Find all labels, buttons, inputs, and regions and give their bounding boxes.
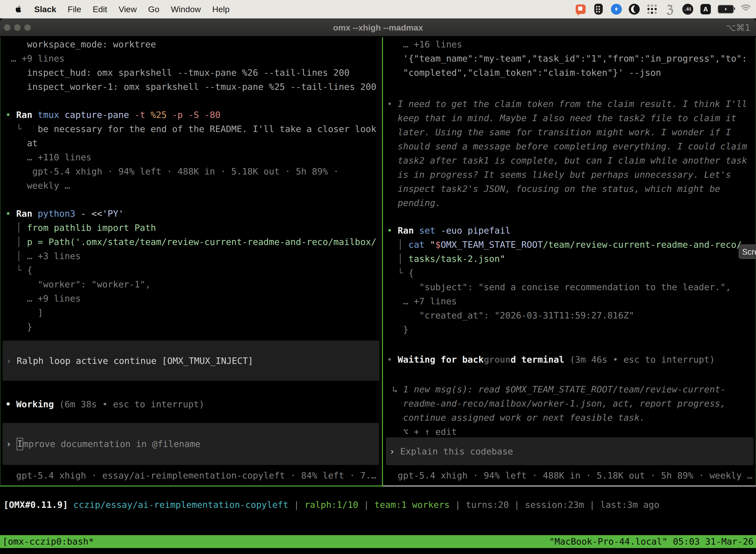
messenger-bolt-icon[interactable] [611, 3, 622, 15]
terminal-line: │ tasks/task-2.json" [387, 252, 742, 266]
output-block-ran-cat: • Ran set -euo pipefail │ cat "$OMX_TEAM… [387, 223, 742, 337]
terminal-line: • Waiting for background terminal (3m 46… [387, 352, 715, 367]
terminal-line: later. Using the same for transition mig… [387, 125, 747, 139]
menu-item-window[interactable]: Window [171, 4, 201, 14]
terminal-line: should send a message before completing … [387, 139, 747, 153]
terminal-pane-right[interactable]: … +16 lines '{"team_name":"my-team","tas… [383, 37, 756, 487]
prompt-chevron-icon: › [6, 439, 17, 449]
mailbox-note-block: ↳ 1 new msg(s): read $OMX_TEAM_STATE_ROO… [387, 382, 726, 439]
ralph-loop-banner: › Ralph loop active continue [OMX_TMUX_I… [2, 340, 379, 381]
terminal-line: is in progress? It seems likely but perh… [387, 168, 747, 182]
tmux-session-name: [omx-cczip0:bash* [2, 535, 94, 548]
terminal-line: gpt-5.4 xhigh · 94% left · 488K in · 5.1… [387, 468, 753, 483]
terminal-line: › Ralph loop active continue [OMX_TMUX_I… [6, 354, 253, 368]
apple-menu-icon[interactable] [14, 4, 23, 14]
terminal-line: • Working (6m 38s • esc to interrupt) [5, 397, 204, 411]
menu-item-list: FileEditViewGoWindowHelp [68, 4, 230, 14]
terminal-pane-left[interactable]: workspace_mode: worktree … +9 lines insp… [0, 37, 382, 487]
terminal-line: "created_at": "2026-03-31T11:59:27.816Z" [387, 308, 742, 322]
terminal-line: workspace_mode: worktree [5, 37, 377, 51]
terminal-line: at [5, 136, 377, 150]
macos-menubar: Slack FileEditViewGoWindowHelp ℨ ..61 A [0, 0, 756, 18]
screen-overlay-clipped: Scre [739, 244, 756, 259]
terminal-line: gpt-5.4 xhigh · essay/ai-reimplementatio… [5, 468, 377, 483]
menu-item-go[interactable]: Go [148, 4, 159, 14]
window-titlebar: omx --xhigh --madmax ⌥⌘1 [0, 18, 756, 36]
terminal-line: └ be necessary for the end of the README… [5, 122, 377, 136]
desktop-screen: Slack FileEditViewGoWindowHelp ℨ ..61 A [0, 0, 756, 554]
terminal-line: continue assigned work or next feasible … [387, 410, 726, 425]
reasoning-block: • I need to get the claim token from the… [387, 97, 747, 210]
active-app-name[interactable]: Slack [34, 4, 56, 14]
terminal-line: keep that in mind. Maybe I also need the… [387, 111, 747, 125]
shield-grid-icon[interactable] [593, 3, 604, 15]
battery-charging-icon[interactable] [718, 3, 734, 15]
terminal-line: task2 after task1 is complete, but can I… [387, 153, 747, 168]
input-placeholder: mprove documentation in @filename [23, 439, 200, 449]
working-status-line: • Working (6m 38s • esc to interrupt) [5, 397, 204, 411]
tmux-status-bar: [omx-cczip0:bash* "MacBook-Pro-44.local"… [0, 535, 756, 548]
window-title: omx --xhigh --madmax [0, 19, 756, 37]
terminal-line: • I need to get the claim token from the… [387, 97, 747, 111]
terminal-line: │ p = Path('.omx/state/team/review-curre… [5, 235, 377, 249]
terminal-line: inspect task2's JSON, focusing on the st… [387, 182, 747, 196]
crescent-app-icon[interactable] [629, 3, 640, 15]
terminal-line: ↳ 1 new msg(s): read $OMX_TEAM_STATE_ROO… [387, 382, 726, 396]
text-cursor: I [17, 438, 23, 450]
terminal-line: "subject": "send a concise recommendatio… [387, 280, 742, 294]
terminal-line: │ from pathlib import Path [5, 221, 377, 235]
menubar-menus: Slack FileEditViewGoWindowHelp [0, 4, 230, 14]
model-status-line-left: gpt-5.4 xhigh · essay/ai-reimplementatio… [5, 468, 377, 483]
terminal-line: … +9 lines [5, 51, 377, 65]
tmux-host-and-clock: "MacBook-Pro-44.local" 05:03 31-Mar-26 [549, 535, 754, 548]
terminal-line: inspect_hud: omx sparkshell --tmux-pane … [5, 65, 377, 80]
prompt-input-right[interactable]: › Explain this codebase [386, 437, 754, 465]
terminal-line: } [387, 322, 742, 337]
prompt-chevron-icon: › [389, 446, 400, 456]
terminal-line: } [5, 320, 377, 334]
menu-item-view[interactable]: View [119, 4, 137, 14]
terminal-line: weekly … [5, 178, 377, 192]
menu-item-help[interactable]: Help [212, 4, 230, 14]
terminal-line: • Ran python3 - <<'PY' [5, 207, 377, 221]
gauge-61-icon[interactable]: ..61 [682, 3, 693, 15]
window-shortcut-badge: ⌥⌘1 [726, 19, 751, 37]
terminal-window: workspace_mode: worktree … +9 lines insp… [0, 36, 756, 554]
terminal-line: • Ran set -euo pipefail [387, 223, 742, 237]
dots-grid-icon[interactable] [646, 3, 658, 15]
terminal-line: inspect_worker-1: omx sparkshell --tmux-… [5, 80, 377, 94]
output-block-ran-python: • Ran python3 - <<'PY' │ from pathlib im… [5, 207, 377, 334]
terminal-line: "completed","claim_token":"claim-token"}… [387, 65, 747, 80]
menu-item-file[interactable]: File [68, 4, 81, 14]
terminal-line: … +110 lines [5, 150, 377, 164]
terminal-line: "worker": "worker-1", [5, 277, 377, 291]
terminal-line: [OMX#0.11.9] cczip/essay/ai-reimplementa… [3, 498, 659, 512]
terminal-line: ⌥ + ↑ edit [387, 425, 726, 439]
dragon-icon[interactable]: ℨ [664, 3, 676, 15]
terminal-line: … +16 lines [387, 37, 747, 51]
terminal-line: │ cat "$OMX_TEAM_STATE_ROOT/team/review-… [387, 237, 742, 252]
terminal-line: └ { [387, 266, 742, 280]
terminal-line: … +9 lines [5, 291, 377, 306]
chat-bubble-icon[interactable] [575, 3, 586, 15]
menu-item-edit[interactable]: Edit [93, 4, 107, 14]
terminal-line: gpt-5.4 xhigh · 94% left · 488K in · 5.1… [5, 164, 377, 178]
output-block-workspace: workspace_mode: worktree … +9 lines insp… [5, 37, 377, 94]
model-status-line-right: gpt-5.4 xhigh · 94% left · 488K in · 5.1… [387, 468, 753, 483]
waiting-status-line: • Waiting for background terminal (3m 46… [387, 352, 715, 367]
terminal-line: │ … +3 lines [5, 249, 377, 263]
terminal-line: ] [5, 306, 377, 320]
prompt-input-left[interactable]: › Improve documentation in @filename [2, 423, 379, 465]
terminal-line: … +7 lines [387, 294, 742, 308]
wifi-icon[interactable] [740, 3, 752, 15]
terminal-line: pending. [387, 196, 747, 210]
output-block-json-tail: … +16 lines '{"team_name":"my-team","tas… [387, 37, 747, 80]
input-placeholder: Explain this codebase [400, 446, 513, 456]
output-block-ran-tmux: • Ran tmux capture-pane -t %25 -p -S -80… [5, 108, 377, 192]
terminal-line: '{"team_name":"my-team","task_id":"1","f… [387, 51, 747, 65]
keyboard-layout-icon[interactable]: A [700, 3, 711, 15]
terminal-line: readme-and-reco/mailbox/worker-1.json, a… [387, 396, 726, 410]
terminal-line: • Ran tmux capture-pane -t %25 -p -S -80 [5, 108, 377, 122]
omx-session-status-line: [OMX#0.11.9] cczip/essay/ai-reimplementa… [3, 498, 659, 512]
menubar-status-icons: ℨ ..61 A [575, 3, 756, 15]
